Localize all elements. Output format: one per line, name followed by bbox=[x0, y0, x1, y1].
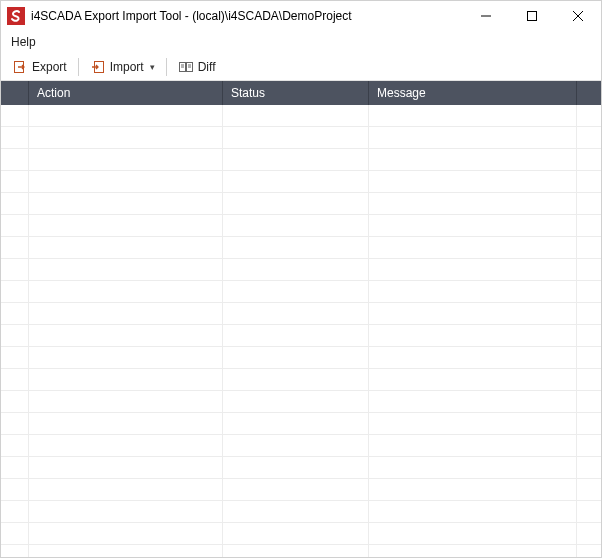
menu-help[interactable]: Help bbox=[5, 33, 42, 51]
table-row[interactable] bbox=[1, 215, 601, 237]
table-row[interactable] bbox=[1, 127, 601, 149]
toolbar-separator bbox=[166, 58, 167, 76]
table-cell bbox=[369, 215, 577, 236]
table-cell bbox=[369, 237, 577, 258]
table-cell bbox=[369, 105, 577, 126]
maximize-button[interactable] bbox=[509, 1, 555, 31]
table-cell bbox=[29, 479, 223, 500]
table-row[interactable] bbox=[1, 259, 601, 281]
table-row[interactable] bbox=[1, 501, 601, 523]
table-row[interactable] bbox=[1, 149, 601, 171]
table-cell bbox=[1, 171, 29, 192]
table-cell bbox=[223, 413, 369, 434]
diff-label: Diff bbox=[198, 60, 216, 74]
table-row[interactable] bbox=[1, 105, 601, 127]
table-cell bbox=[29, 303, 223, 324]
table-cell bbox=[369, 149, 577, 170]
table-cell bbox=[29, 501, 223, 522]
title-bar: i4SCADA Export Import Tool - (local)\i4S… bbox=[1, 1, 601, 31]
table-cell bbox=[1, 347, 29, 368]
table-cell bbox=[577, 171, 601, 192]
table-cell bbox=[1, 545, 29, 557]
column-header-status[interactable]: Status bbox=[223, 81, 369, 105]
table-cell bbox=[369, 325, 577, 346]
table-cell bbox=[577, 413, 601, 434]
table-cell bbox=[577, 347, 601, 368]
table-cell bbox=[223, 105, 369, 126]
table-row[interactable] bbox=[1, 193, 601, 215]
table-cell bbox=[1, 237, 29, 258]
table-cell bbox=[1, 215, 29, 236]
import-button[interactable]: Import ▾ bbox=[83, 56, 162, 78]
table-cell bbox=[223, 391, 369, 412]
table-cell bbox=[1, 369, 29, 390]
close-button[interactable] bbox=[555, 1, 601, 31]
table-cell bbox=[29, 457, 223, 478]
export-button[interactable]: Export bbox=[5, 56, 74, 78]
column-selector[interactable] bbox=[1, 81, 29, 105]
table-cell bbox=[223, 193, 369, 214]
table-cell bbox=[577, 479, 601, 500]
table-cell bbox=[1, 391, 29, 412]
window-controls bbox=[463, 1, 601, 31]
table-cell bbox=[369, 457, 577, 478]
chevron-down-icon: ▾ bbox=[150, 62, 155, 72]
table-row[interactable] bbox=[1, 545, 601, 557]
table-cell bbox=[223, 149, 369, 170]
table-row[interactable] bbox=[1, 479, 601, 501]
table-cell bbox=[369, 391, 577, 412]
table-cell bbox=[369, 501, 577, 522]
export-icon bbox=[12, 59, 28, 75]
table-cell bbox=[577, 325, 601, 346]
diff-button[interactable]: Diff bbox=[171, 56, 223, 78]
table-row[interactable] bbox=[1, 325, 601, 347]
table-cell bbox=[29, 413, 223, 434]
table-cell bbox=[1, 105, 29, 126]
table-cell bbox=[577, 435, 601, 456]
table-cell bbox=[577, 215, 601, 236]
column-header-action[interactable]: Action bbox=[29, 81, 223, 105]
table-cell bbox=[369, 369, 577, 390]
table-row[interactable] bbox=[1, 523, 601, 545]
minimize-button[interactable] bbox=[463, 1, 509, 31]
table-cell bbox=[369, 545, 577, 557]
table-cell bbox=[29, 259, 223, 280]
table-cell bbox=[577, 237, 601, 258]
table-cell bbox=[223, 259, 369, 280]
table-cell bbox=[1, 523, 29, 544]
window-title: i4SCADA Export Import Tool - (local)\i4S… bbox=[31, 9, 463, 23]
table-cell bbox=[29, 391, 223, 412]
menu-bar: Help bbox=[1, 31, 601, 53]
table-row[interactable] bbox=[1, 171, 601, 193]
table-row[interactable] bbox=[1, 369, 601, 391]
table-row[interactable] bbox=[1, 413, 601, 435]
table-cell bbox=[369, 259, 577, 280]
table-cell bbox=[1, 193, 29, 214]
table-cell bbox=[223, 171, 369, 192]
table-cell bbox=[223, 501, 369, 522]
table-cell bbox=[29, 545, 223, 557]
table-row[interactable] bbox=[1, 457, 601, 479]
table-row[interactable] bbox=[1, 303, 601, 325]
table-cell bbox=[577, 149, 601, 170]
app-icon bbox=[7, 7, 25, 25]
diff-icon bbox=[178, 59, 194, 75]
column-header-message[interactable]: Message bbox=[369, 81, 577, 105]
export-label: Export bbox=[32, 60, 67, 74]
import-icon bbox=[90, 59, 106, 75]
table-cell bbox=[369, 127, 577, 148]
table-row[interactable] bbox=[1, 347, 601, 369]
table-cell bbox=[577, 105, 601, 126]
grid-body[interactable] bbox=[1, 105, 601, 557]
table-cell bbox=[369, 193, 577, 214]
table-cell bbox=[29, 193, 223, 214]
table-row[interactable] bbox=[1, 237, 601, 259]
table-cell bbox=[223, 347, 369, 368]
table-cell bbox=[369, 435, 577, 456]
table-row[interactable] bbox=[1, 435, 601, 457]
table-cell bbox=[223, 369, 369, 390]
table-row[interactable] bbox=[1, 281, 601, 303]
table-cell bbox=[1, 457, 29, 478]
table-row[interactable] bbox=[1, 391, 601, 413]
grid-header: Action Status Message bbox=[1, 81, 601, 105]
